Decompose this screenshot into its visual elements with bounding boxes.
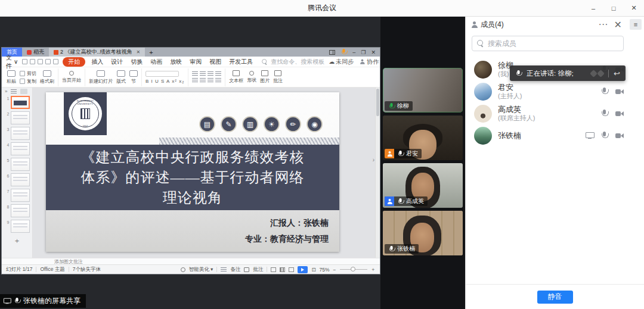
- undo-icon[interactable]: [45, 59, 51, 64]
- slide-thumbnail[interactable]: 3: [5, 127, 30, 140]
- slide-thumbnail[interactable]: 4: [5, 142, 30, 155]
- canvas-scrollbar[interactable]: [375, 88, 380, 258]
- video-tile-zhangtienan[interactable]: 张铁楠: [383, 211, 463, 255]
- paste-button[interactable]: 粘贴: [7, 70, 16, 85]
- video-tile-gaochengying[interactable]: 高成英: [383, 163, 463, 208]
- new-tab-button[interactable]: +: [145, 48, 157, 57]
- ribbon-tab-review[interactable]: 审阅: [188, 57, 203, 67]
- wps-document-tab[interactable]: 2 《建立高校中..绩效考核视角✕: [49, 48, 145, 57]
- cut-button[interactable]: 剪切: [20, 70, 36, 77]
- slide-thumbnail[interactable]: 6: [5, 173, 30, 186]
- theme-label[interactable]: Office 主题: [40, 266, 64, 273]
- video-tile-xuliu[interactable]: 徐柳: [383, 68, 463, 113]
- ribbon-tab-transition[interactable]: 切换: [129, 57, 144, 67]
- layout-menu-button[interactable]: ≡: [630, 19, 642, 30]
- slide-thumbnail[interactable]: 7: [5, 189, 30, 202]
- command-search[interactable]: 查找命令、搜索模板: [261, 58, 324, 66]
- video-tile-junan[interactable]: 君安: [383, 116, 463, 160]
- slide-thumbnail[interactable]: 9: [5, 220, 30, 233]
- slide-thumbnail[interactable]: 5: [5, 158, 30, 171]
- sync-status[interactable]: ☁未同步: [329, 58, 354, 66]
- zoom-slider-knob[interactable]: [351, 267, 355, 271]
- slide-canvas[interactable]: NORTHWEST UNIVERSITY 1902 ▤ ✎ ▥ ☀ ✏ ◉: [33, 88, 380, 258]
- wps-docer-tab[interactable]: 稻壳: [22, 48, 49, 57]
- tab-close-icon[interactable]: ✕: [137, 49, 141, 55]
- play-from-current-button[interactable]: 当页开始: [62, 71, 81, 83]
- voice-assistant-icon[interactable]: [341, 49, 346, 55]
- ribbon-tab-home[interactable]: 开始: [63, 57, 85, 67]
- mute-button[interactable]: 静音: [537, 291, 573, 304]
- redo-icon[interactable]: [53, 59, 58, 64]
- wps-minimize-button[interactable]: –: [352, 49, 355, 55]
- smart-beautify-button[interactable]: 智能美化 ▾: [189, 266, 213, 273]
- picture-button[interactable]: 图片: [260, 70, 270, 84]
- member-search-box[interactable]: [472, 36, 624, 51]
- camera-icon[interactable]: [615, 89, 624, 95]
- format-painter-button[interactable]: 格式刷: [40, 70, 54, 85]
- section-button[interactable]: 节: [129, 70, 138, 85]
- close-button[interactable]: ✕: [624, 0, 644, 16]
- font-style-controls[interactable]: B I U S A x² x₂: [145, 79, 184, 84]
- slide-thumbnail[interactable]: 1: [5, 96, 30, 109]
- ribbon-tab-slideshow[interactable]: 放映: [168, 57, 184, 67]
- member-row-gaochengying[interactable]: 高成英 (联席主持人): [466, 102, 644, 124]
- print-icon[interactable]: [30, 59, 35, 64]
- comments-toggle[interactable]: 批注: [253, 266, 263, 273]
- grid-view-icon[interactable]: [20, 89, 27, 94]
- slideshow-play-button[interactable]: [298, 266, 308, 273]
- mic-icon[interactable]: [601, 110, 608, 117]
- mic-icon[interactable]: [601, 132, 608, 139]
- add-slide-button[interactable]: ＋: [14, 236, 21, 246]
- textbox-button[interactable]: 文本框: [229, 70, 243, 84]
- shape-button[interactable]: 形状: [247, 71, 256, 83]
- slide-thumbnail[interactable]: 2: [5, 111, 30, 124]
- ribbon-tab-design[interactable]: 设计: [109, 57, 125, 67]
- panel-more-button[interactable]: ···: [599, 19, 608, 30]
- zoom-out-button[interactable]: −: [333, 267, 336, 273]
- preview-icon[interactable]: [38, 59, 43, 64]
- expand-panel-icon[interactable]: ›: [373, 157, 374, 163]
- member-row-zhangtienan[interactable]: 张铁楠: [466, 124, 644, 146]
- notes-toggle[interactable]: 备注: [230, 266, 240, 273]
- maximize-button[interactable]: □: [603, 0, 624, 16]
- wps-close-button[interactable]: ✕: [371, 49, 376, 55]
- font-family-dropdown[interactable]: [145, 71, 179, 77]
- zoom-in-button[interactable]: ＋: [371, 266, 376, 273]
- ribbon-tab-view[interactable]: 视图: [208, 57, 223, 67]
- member-row-junan[interactable]: 君安 (主持人): [466, 80, 644, 102]
- comment-button[interactable]: 批注: [273, 70, 283, 84]
- ribbon-tab-insert[interactable]: 插入: [89, 57, 105, 67]
- ribbon-tab-devtools[interactable]: 开发工具: [227, 57, 255, 67]
- title-slide[interactable]: NORTHWEST UNIVERSITY 1902 ▤ ✎ ▥ ☀ ✏ ◉: [46, 92, 339, 252]
- outline-view-icon[interactable]: [11, 89, 17, 94]
- notes-bar[interactable]: 添加图文批注: [2, 258, 380, 264]
- collapse-panel-icon[interactable]: »: [5, 89, 7, 94]
- normal-view-icon[interactable]: [271, 267, 276, 272]
- camera-icon[interactable]: [615, 111, 624, 117]
- ribbon-tab-animation[interactable]: 动画: [148, 57, 164, 67]
- reading-view-icon[interactable]: [289, 267, 294, 272]
- zoom-level[interactable]: 75%: [320, 267, 330, 273]
- collaborate-button[interactable]: 协作: [359, 58, 379, 66]
- file-menu[interactable]: 文件∨: [6, 54, 18, 70]
- reply-arrow-icon[interactable]: ↩: [614, 69, 620, 78]
- sorter-view-icon[interactable]: [280, 267, 285, 272]
- paragraph-controls[interactable]: [192, 71, 221, 83]
- split-view-icon[interactable]: [329, 50, 335, 55]
- mic-icon[interactable]: [601, 88, 608, 95]
- panel-close-button[interactable]: ✕: [614, 19, 622, 30]
- wps-restore-button[interactable]: ❐: [361, 49, 366, 55]
- mic-icon: [398, 198, 403, 204]
- fit-window-icon[interactable]: ⊡: [311, 267, 315, 273]
- clipboard-group: 粘贴 剪切 复制 格式刷: [3, 68, 58, 86]
- slide-layout-button[interactable]: 版式: [116, 70, 126, 85]
- camera-icon[interactable]: [615, 133, 624, 139]
- minimize-button[interactable]: –: [583, 0, 603, 16]
- new-slide-button[interactable]: 新建幻灯片: [89, 70, 113, 85]
- search-input[interactable]: [488, 39, 618, 48]
- zoom-slider[interactable]: [340, 269, 367, 270]
- slide-thumbnail[interactable]: 8: [5, 204, 30, 217]
- save-icon[interactable]: [22, 59, 27, 64]
- missing-fonts-label[interactable]: 7个缺失字体: [73, 266, 101, 273]
- copy-button[interactable]: 复制: [20, 78, 36, 85]
